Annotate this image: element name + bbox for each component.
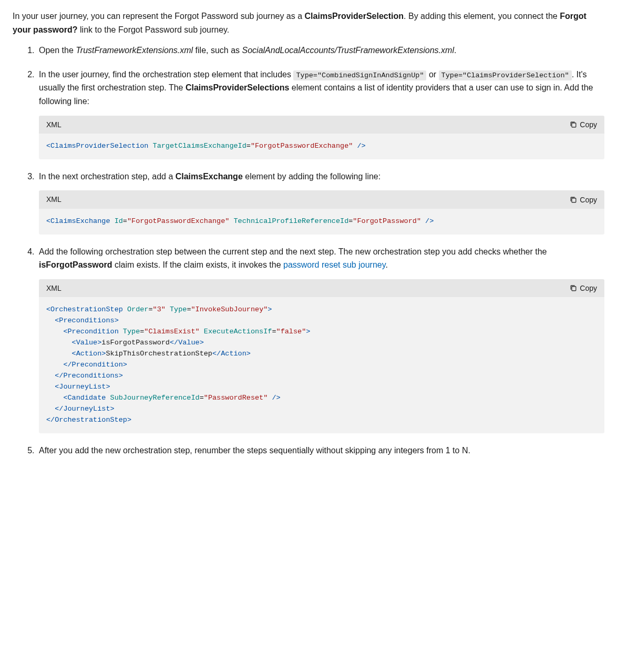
code-block: XML Copy <ClaimsProviderSelection Target…: [39, 116, 604, 159]
code-block: XML Copy <ClaimsExchange Id="ForgotPassw…: [39, 190, 604, 234]
italic-filename: SocialAndLocalAccounts/TrustFrameworkExt…: [242, 46, 454, 55]
code-block: XML Copy <OrchestrationStep Order="3" Ty…: [39, 279, 604, 433]
code-language-label: XML: [46, 119, 61, 130]
list-item: Open the TrustFrameworkExtensions.xml fi…: [37, 44, 604, 57]
copy-button[interactable]: Copy: [570, 283, 597, 293]
svg-rect-1: [572, 198, 576, 202]
copy-icon: [570, 121, 577, 128]
list-item: In the user journey, find the orchestrat…: [37, 68, 604, 159]
inline-code: Type="ClaimsProviderSelection": [439, 70, 572, 80]
copy-icon: [570, 196, 577, 203]
bold-text: isForgotPassword: [39, 260, 112, 269]
password-reset-link[interactable]: password reset sub journey: [283, 260, 385, 269]
code-content: <OrchestrationStep Order="3" Type="Invok…: [39, 297, 604, 433]
inline-code: Type="CombinedSignInAndSignUp": [293, 70, 426, 80]
steps-list: Open the TrustFrameworkExtensions.xml fi…: [13, 44, 604, 457]
intro-paragraph: In your user journey, you can represent …: [13, 9, 604, 36]
copy-button[interactable]: Copy: [570, 195, 597, 205]
copy-icon: [570, 284, 577, 292]
code-language-label: XML: [46, 194, 61, 205]
code-header: XML Copy: [39, 279, 604, 297]
bold-text: ClaimsProviderSelections: [186, 83, 289, 92]
copy-button[interactable]: Copy: [570, 119, 597, 130]
list-item: Add the following orchestration step bet…: [37, 245, 604, 433]
bold-text: ClaimsProviderSelection: [305, 12, 404, 21]
bold-text: ClaimsExchange: [176, 172, 243, 181]
code-header: XML Copy: [39, 116, 604, 134]
code-content: <ClaimsExchange Id="ForgotPasswordExchan…: [39, 209, 604, 235]
list-item: After you add the new orchestration step…: [37, 444, 604, 457]
code-header: XML Copy: [39, 190, 604, 208]
code-language-label: XML: [46, 282, 61, 294]
svg-rect-2: [572, 287, 576, 291]
italic-filename: TrustFrameworkExtensions.xml: [76, 46, 193, 55]
code-content: <ClaimsProviderSelection TargetClaimsExc…: [39, 134, 604, 159]
list-item: In the next orchestration step, add a Cl…: [37, 170, 604, 235]
svg-rect-0: [572, 123, 576, 127]
